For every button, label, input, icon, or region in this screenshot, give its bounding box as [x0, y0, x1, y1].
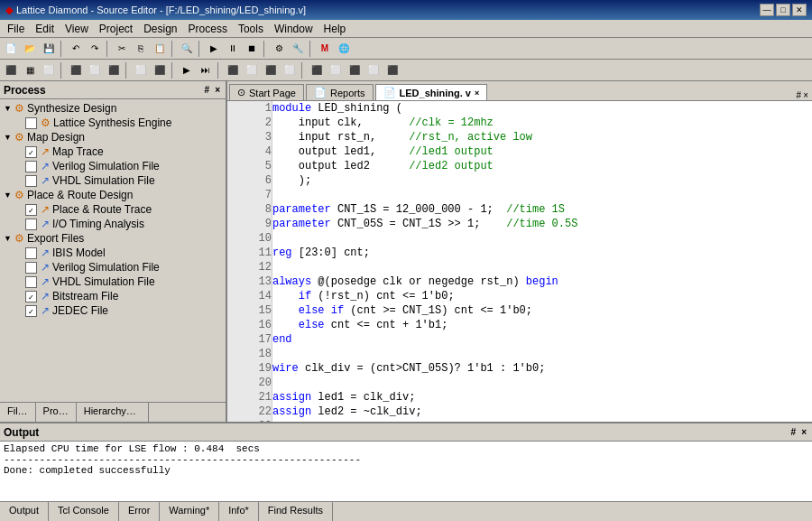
tree-verilog-exp[interactable]: ↗ Verilog Simulation File	[0, 260, 226, 274]
check-ibis[interactable]	[25, 247, 37, 259]
editor-pin-btn[interactable]: #	[797, 90, 802, 100]
tree-synthesize-design[interactable]: ▼ ⚙ Synthesize Design	[0, 101, 226, 116]
paste-btn[interactable]: 📋	[151, 40, 169, 58]
menu-project[interactable]: Project	[94, 21, 138, 37]
menu-process[interactable]: Process	[183, 21, 233, 37]
tree-vhdl-exp[interactable]: ↗ VHDL Simulation File	[0, 274, 226, 289]
otab-output[interactable]: Output	[0, 502, 49, 521]
check-verexp[interactable]	[25, 262, 37, 274]
tree-io-timing[interactable]: ↗ I/O Timing Analysis	[0, 217, 226, 231]
otab-find[interactable]: Find Results	[259, 502, 333, 521]
code-token: output led2	[272, 160, 409, 172]
tree-export[interactable]: ▼ ⚙ Export Files	[0, 231, 226, 246]
close-button[interactable]: ✕	[792, 4, 807, 16]
code-content: end	[272, 332, 812, 347]
label-bitstream: Bitstream File	[52, 290, 118, 302]
menu-edit[interactable]: Edit	[30, 21, 60, 37]
tb2-2[interactable]: ▦	[21, 61, 39, 79]
cut-btn[interactable]: ✂	[113, 40, 131, 58]
menu-tools[interactable]: Tools	[233, 21, 269, 37]
tb2-17[interactable]: ⬛	[346, 61, 364, 79]
minimize-button[interactable]: —	[760, 4, 774, 16]
tb12[interactable]: 🌐	[335, 40, 353, 58]
otab-warning[interactable]: Warning*	[160, 502, 219, 521]
tb2-6[interactable]: ⬛	[105, 61, 123, 79]
redo-btn[interactable]: ↷	[86, 40, 104, 58]
tree-par-design[interactable]: ▼ ⚙ Place & Route Design	[0, 188, 226, 202]
tb2-4[interactable]: ⬛	[67, 61, 85, 79]
menu-window[interactable]: Window	[269, 21, 318, 37]
check-io[interactable]	[25, 219, 37, 230]
menu-help[interactable]: Help	[318, 21, 352, 37]
process-close[interactable]: ×	[213, 85, 222, 95]
find-btn[interactable]: 🔍	[178, 40, 196, 58]
tree-par-trace[interactable]: ✓ ↗ Place & Route Trace	[0, 202, 226, 217]
tab-reports[interactable]: 📄 Reports	[306, 84, 374, 100]
tree-map-design[interactable]: ▼ ⚙ Map Design	[0, 130, 226, 144]
lattice-btn[interactable]: M	[316, 40, 334, 58]
tree-lse[interactable]: ⚙ Lattice Synthesis Engine	[0, 116, 226, 130]
otab-tcl[interactable]: Tcl Console	[49, 502, 119, 521]
check-vhdl-map[interactable]	[25, 175, 37, 187]
check-lse[interactable]	[25, 117, 37, 129]
menu-view[interactable]: View	[60, 21, 94, 37]
code-token: );	[272, 174, 311, 187]
tb2-13[interactable]: ⬛	[262, 61, 280, 79]
open-btn[interactable]: 📂	[21, 40, 39, 58]
tree-vhdl-sim-map[interactable]: ↗ VHDL Simulation File	[0, 173, 226, 188]
tb8[interactable]: ⏸	[224, 40, 242, 58]
editor-close-btn[interactable]: ×	[803, 90, 808, 100]
tree-map-trace[interactable]: ✓ ↗ Map Trace	[0, 144, 226, 159]
tb10[interactable]: ⚙	[270, 40, 288, 58]
tb9[interactable]: ⏹	[243, 40, 261, 58]
code-editor[interactable]: 1module LED_shining (2 input clk, //clk …	[227, 101, 812, 422]
tb2-15[interactable]: ⬛	[308, 61, 326, 79]
output-pin[interactable]: #	[789, 427, 798, 437]
check-bitstream[interactable]: ✓	[25, 291, 37, 302]
tb2-11[interactable]: ⬛	[224, 61, 242, 79]
ptab-hierarchy[interactable]: Hierarchy—Post Syn…	[77, 403, 149, 422]
undo-btn[interactable]: ↶	[67, 40, 85, 58]
tree-jedec[interactable]: ✓ ↗ JEDEC File	[0, 303, 226, 318]
tree-verilog-sim-map[interactable]: ↗ Verilog Simulation File	[0, 159, 226, 173]
copy-btn[interactable]: ⎘	[132, 40, 150, 58]
menu-design[interactable]: Design	[138, 21, 182, 37]
tab-start-page[interactable]: ⊙ Start Page	[229, 84, 304, 100]
tb2-9[interactable]: ▶	[178, 61, 196, 79]
tb2-8[interactable]: ⬛	[151, 61, 169, 79]
tree-ibis[interactable]: ↗ IBIS Model	[0, 246, 226, 260]
check-vsim-map[interactable]	[25, 161, 37, 172]
code-token: //time 1S	[506, 203, 565, 216]
tb2-18[interactable]: ⬜	[364, 61, 383, 79]
tb2-7[interactable]: ⬜	[132, 61, 150, 79]
maximize-button[interactable]: □	[776, 4, 790, 16]
ptab-pro[interactable]: Pro…	[36, 403, 77, 422]
tb7[interactable]: ▶	[205, 40, 223, 58]
check-vhdlexp[interactable]	[25, 276, 37, 288]
tb2-14[interactable]: ⬜	[281, 61, 299, 79]
check-map-trace[interactable]: ✓	[25, 146, 37, 158]
tb2-10[interactable]: ⏭	[197, 61, 215, 79]
output-close[interactable]: ×	[799, 427, 808, 437]
tb2-12[interactable]: ⬜	[243, 61, 261, 79]
otab-error[interactable]: Error	[119, 502, 160, 521]
tb2-3[interactable]: ⬜	[40, 61, 58, 79]
tb2-16[interactable]: ⬜	[327, 61, 345, 79]
new-btn[interactable]: 📄	[2, 40, 20, 58]
tb2-19[interactable]: ⬛	[383, 61, 401, 79]
tab-led-close[interactable]: ×	[475, 88, 479, 98]
process-pin[interactable]: #	[203, 85, 212, 95]
code-content	[272, 347, 812, 361]
ptab-fil[interactable]: Fil…	[0, 403, 36, 422]
menu-file[interactable]: File	[2, 21, 30, 37]
tb11[interactable]: 🔧	[289, 40, 307, 58]
tab-led-shining[interactable]: 📄 LED_shining. v ×	[375, 84, 488, 100]
check-par-trace[interactable]: ✓	[25, 204, 37, 216]
check-jedec[interactable]: ✓	[25, 305, 37, 317]
save-btn[interactable]: 💾	[40, 40, 58, 58]
code-content: output led1, //led1 output	[272, 144, 812, 159]
otab-info[interactable]: Info*	[219, 502, 259, 521]
tb2-1[interactable]: ⬛	[2, 61, 20, 79]
tree-bitstream[interactable]: ✓ ↗ Bitstream File	[0, 289, 226, 303]
tb2-5[interactable]: ⬜	[86, 61, 104, 79]
